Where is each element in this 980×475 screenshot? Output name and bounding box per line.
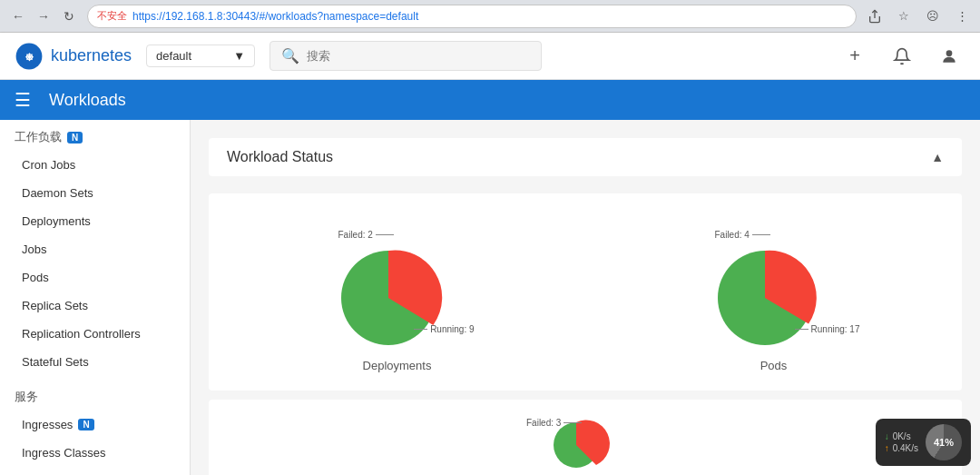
sidebar-item-daemon-sets[interactable]: Daemon Sets [0,179,190,207]
deployments-chart-label: Deployments [363,359,432,372]
deployments-running-label: Running: 9 [430,324,474,334]
services-section-header: 服务 [0,380,190,411]
workload-status-header: Workload Status ▲ [209,138,962,176]
collapse-icon[interactable]: ▲ [931,150,944,164]
workloads-section-label: 工作负载 [15,129,62,145]
sidebar-item-cron-jobs[interactable]: Cron Jobs [0,151,190,179]
annotation-line2 [414,329,427,330]
sidebar-item-jobs[interactable]: Jobs [0,235,190,263]
pods-label: Pods [22,271,49,284]
url-text: https://192.168.1.8:30443/#/workloads?na… [132,10,418,23]
account-button[interactable] [933,40,965,73]
ingress-classes-label: Ingress Classes [22,446,105,460]
security-warning: 不安全 [97,9,127,23]
annotation-line4 [795,329,808,330]
network-widget: ↓ 0K/s ↑ 0.4K/s 41% [876,419,971,466]
upload-speed: 0.4K/s [893,443,918,453]
down-arrow-icon: ↓ [885,431,889,441]
dropdown-arrow-icon: ▼ [233,49,245,63]
download-stat: ↓ 0K/s [885,431,918,441]
network-stats: ↓ 0K/s ↑ 0.4K/s [885,431,918,453]
page-title: Workloads [49,91,126,110]
namespace-value: default [156,49,230,63]
app-name: kubernetes [51,46,132,65]
svg-point-3 [946,50,953,56]
deployments-chart-wrapper: Failed: 2 [329,212,466,348]
pods-running-annotation: Running: 17 [795,324,860,334]
deployments-failed-label: Failed: 2 [338,230,373,240]
sidebar-item-ingresses[interactable]: Ingresses N [0,411,190,439]
deployments-pie-svg [329,239,447,357]
menu-button[interactable]: ⋮ [951,5,973,27]
back-button[interactable]: ← [7,5,29,27]
main-layout: 工作负载 N Cron Jobs Daemon Sets Deployments… [0,120,980,475]
charts-row: Failed: 2 [209,193,962,391]
bottom-chart-wrapper: Failed: 3 [517,418,653,472]
address-bar[interactable]: 不安全 https://192.168.1.8:30443/#/workload… [87,5,857,28]
workload-status-title: Workload Status [227,149,333,165]
sidebar-item-services[interactable]: Services N [0,467,190,475]
annotation-line3 [752,234,770,235]
jobs-label: Jobs [22,242,46,256]
search-icon: 🔍 [281,47,299,64]
pods-chart-wrapper: Failed: 4 Running: 17 [706,212,842,348]
bottom-failed-annotation: Failed: 3 [526,418,582,428]
deployments-chart-container: Failed: 2 [227,212,567,372]
sidebar-item-replication-controllers[interactable]: Replication Controllers [0,320,190,348]
replica-sets-label: Replica Sets [22,299,88,312]
cpu-percent: 41% [934,437,954,448]
share-button[interactable] [864,5,886,27]
cpu-usage-circle: 41% [926,424,962,460]
sidebar: 工作负载 N Cron Jobs Daemon Sets Deployments… [0,120,191,475]
pods-pie-svg [706,239,824,357]
reload-button[interactable]: ↻ [58,5,80,27]
bookmark-button[interactable]: ☆ [893,5,915,27]
notification-button[interactable] [886,40,918,73]
k8s-logo-icon: ⎈ [15,42,44,71]
bottom-chart-container: Failed: 3 [227,418,944,472]
up-arrow-icon: ↑ [885,443,889,453]
browser-chrome: ← → ↻ 不安全 https://192.168.1.8:30443/#/wo… [0,0,980,33]
sidebar-item-replica-sets[interactable]: Replica Sets [0,292,190,320]
namespace-selector[interactable]: default ▼ [146,45,255,67]
annotation-line5 [564,422,582,423]
pods-chart-container: Failed: 4 Running: 17 [603,212,944,372]
workloads-badge: N [67,132,83,143]
annotation-line [376,234,394,235]
search-bar: 🔍 [270,41,542,71]
download-speed: 0K/s [893,431,911,441]
deployments-label: Deployments [22,214,91,228]
search-input[interactable] [307,49,530,63]
browser-action-buttons: ☆ ☹ ⋮ [864,5,973,27]
daemon-sets-label: Daemon Sets [22,186,93,200]
cron-jobs-label: Cron Jobs [22,158,75,172]
extensions-button[interactable]: ☹ [922,5,944,27]
hamburger-menu[interactable]: ☰ [15,89,31,111]
sidebar-item-ingress-classes[interactable]: Ingress Classes [0,439,190,467]
pods-running-label: Running: 17 [811,324,860,334]
bottom-failed-label: Failed: 3 [526,418,561,428]
pods-chart-label: Pods [760,359,788,372]
sidebar-item-pods[interactable]: Pods [0,263,190,292]
pods-failed-annotation: Failed: 4 [715,230,770,240]
stateful-sets-label: Stateful Sets [22,355,89,369]
deployments-failed-annotation: Failed: 2 [338,230,394,240]
sidebar-item-deployments[interactable]: Deployments [0,207,190,235]
header-actions: + [838,40,965,73]
app-header: ⎈ kubernetes default ▼ 🔍 + [0,33,980,80]
page-nav: ☰ Workloads [0,80,980,120]
pods-failed-label: Failed: 4 [715,230,750,240]
main-content: Workload Status ▲ Failed: 2 [191,120,980,475]
workloads-section-header: 工作负载 N [0,120,190,151]
browser-nav-buttons: ← → ↻ [7,5,80,27]
bottom-charts-row: Failed: 3 [209,400,962,475]
deployments-running-annotation: Running: 9 [414,324,474,334]
replication-controllers-label: Replication Controllers [22,327,141,341]
ingresses-label: Ingresses [22,418,73,431]
kubernetes-logo: ⎈ kubernetes [15,42,132,71]
forward-button[interactable]: → [33,5,54,27]
sidebar-item-stateful-sets[interactable]: Stateful Sets [0,348,190,376]
add-button[interactable]: + [838,40,871,73]
svg-text:⎈: ⎈ [25,48,34,63]
upload-stat: ↑ 0.4K/s [885,443,918,453]
